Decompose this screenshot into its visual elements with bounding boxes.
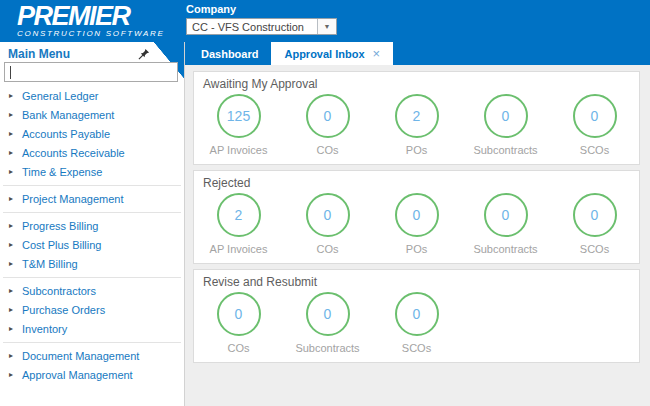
expand-arrow-icon: ▸ <box>9 286 22 295</box>
expand-arrow-icon: ▸ <box>9 129 22 138</box>
counter-label: AP Invoices <box>210 243 268 255</box>
counter-label: Subcontracts <box>295 342 359 354</box>
counter-circle[interactable]: 0 <box>306 94 350 138</box>
expand-arrow-icon: ▸ <box>9 148 22 157</box>
sidebar-menu-item[interactable]: ▸ Accounts Receivable <box>0 143 184 162</box>
sidebar-menu-item[interactable]: ▸ Project Management <box>0 189 184 208</box>
sidebar-menu-item[interactable]: ▸ Time & Expense <box>0 162 184 181</box>
sidebar-menu-item[interactable]: ▸ Purchase Orders <box>0 300 184 319</box>
counter-value: 2 <box>413 108 421 124</box>
sidebar-menu-item-label: Accounts Receivable <box>22 147 125 159</box>
counter-value: 0 <box>324 306 332 322</box>
counter-circle[interactable]: 0 <box>306 193 350 237</box>
approval-inbox-content: Awaiting My Approval 125 AP Invoices 0 C… <box>186 65 650 406</box>
counter-value: 2 <box>235 207 243 223</box>
expand-arrow-icon: ▸ <box>9 259 22 268</box>
sidebar-menu-item[interactable]: ▸ Progress Billing <box>0 216 184 235</box>
counter-circle[interactable]: 0 <box>484 193 528 237</box>
sidebar-menu-item[interactable]: ▸ Accounts Payable <box>0 124 184 143</box>
sidebar-menu-item-label: Accounts Payable <box>22 128 110 140</box>
approval-counter[interactable]: 0 SCOs <box>550 193 639 255</box>
pushpin-icon[interactable] <box>137 47 151 61</box>
chevron-down-icon[interactable]: ▼ <box>317 19 336 34</box>
counter-circle[interactable]: 0 <box>573 193 617 237</box>
sidebar-menu-item-label: Bank Management <box>22 109 114 121</box>
sidebar-menu-item[interactable]: ▸ Inventory <box>0 319 184 338</box>
counter-value: 0 <box>324 108 332 124</box>
counter-circle[interactable]: 0 <box>395 292 439 336</box>
approval-counter[interactable]: 2 AP Invoices <box>194 193 283 255</box>
sidebar-menu-item[interactable]: ▸ General Ledger <box>0 86 184 105</box>
section-title: Revise and Resubmit <box>203 275 639 289</box>
app-logo: PREMIER CONSTRUCTION SOFTWARE <box>17 3 165 38</box>
counter-value: 0 <box>324 207 332 223</box>
approval-counter[interactable]: 0 SCOs <box>550 94 639 156</box>
expand-arrow-icon: ▸ <box>9 221 22 230</box>
tab-label: Approval Inbox <box>284 48 364 60</box>
approval-counter[interactable]: 0 Subcontracts <box>461 94 550 156</box>
sidebar-menu-item[interactable]: ▸ Approval Management <box>0 365 184 384</box>
counter-circle[interactable]: 2 <box>217 193 261 237</box>
approval-section-card: Rejected 2 AP Invoices 0 COs 0 POs 0 Sub… <box>193 170 640 264</box>
logo-title: PREMIER <box>17 3 165 29</box>
tab-bar: Dashboard Approval Inbox × <box>185 42 650 65</box>
sidebar-menu-item[interactable]: ▸ Subcontractors <box>0 281 184 300</box>
sidebar: Main Menu ▸ General Ledger ▸ Bank Manage… <box>0 42 185 406</box>
counter-circle[interactable]: 2 <box>395 94 439 138</box>
sidebar-menu-item[interactable]: ▸ Document Management <box>0 346 184 365</box>
counter-circle[interactable]: 0 <box>573 94 617 138</box>
menu-separator <box>3 342 181 343</box>
expand-arrow-icon: ▸ <box>9 110 22 119</box>
app-header: PREMIER CONSTRUCTION SOFTWARE Company CC… <box>0 0 650 42</box>
sidebar-menu-item-label: T&M Billing <box>22 258 78 270</box>
section-title: Awaiting My Approval <box>203 77 639 91</box>
counter-label: COs <box>317 243 339 255</box>
expand-arrow-icon: ▸ <box>9 194 22 203</box>
counter-circle[interactable]: 0 <box>484 94 528 138</box>
tab-approval-inbox[interactable]: Approval Inbox × <box>271 42 393 65</box>
counter-value: 0 <box>502 108 510 124</box>
sidebar-menu-item[interactable]: ▸ Bank Management <box>0 105 184 124</box>
approval-section-card: Revise and Resubmit 0 COs 0 Subcontracts… <box>193 269 640 363</box>
menu-separator <box>3 212 181 213</box>
menu-separator <box>3 185 181 186</box>
expand-arrow-icon: ▸ <box>9 240 22 249</box>
sidebar-menu-item[interactable]: ▸ Cost Plus Billing <box>0 235 184 254</box>
sidebar-menu-item-label: Time & Expense <box>22 166 102 178</box>
sidebar-menu-item-label: General Ledger <box>22 90 98 102</box>
approval-counter[interactable]: 0 Subcontracts <box>461 193 550 255</box>
sidebar-menu: ▸ General Ledger ▸ Bank Management ▸ Acc… <box>0 86 184 384</box>
counter-value: 0 <box>413 207 421 223</box>
menu-search-input[interactable] <box>4 62 178 82</box>
counter-grid: 0 COs 0 Subcontracts 0 SCOs <box>194 292 639 354</box>
approval-counter[interactable]: 0 COs <box>283 193 372 255</box>
company-selected-value: CC - VFS Construction <box>187 21 317 33</box>
sidebar-menu-item[interactable]: ▸ T&M Billing <box>0 254 184 273</box>
approval-counter[interactable]: 0 COs <box>283 94 372 156</box>
approval-counter[interactable]: 0 SCOs <box>372 292 461 354</box>
sidebar-title: Main Menu <box>8 47 70 61</box>
counter-label: SCOs <box>580 243 609 255</box>
approval-counter[interactable]: 125 AP Invoices <box>194 94 283 156</box>
counter-circle[interactable]: 0 <box>217 292 261 336</box>
company-selector: Company CC - VFS Construction ▼ <box>186 3 337 35</box>
sidebar-menu-item-label: Cost Plus Billing <box>22 239 101 251</box>
expand-arrow-icon: ▸ <box>9 351 22 360</box>
expand-arrow-icon: ▸ <box>9 370 22 379</box>
approval-section-card: Awaiting My Approval 125 AP Invoices 0 C… <box>193 71 640 165</box>
counter-circle[interactable]: 125 <box>217 94 261 138</box>
counter-circle[interactable]: 0 <box>306 292 350 336</box>
counter-grid: 125 AP Invoices 0 COs 2 POs 0 Subcontrac… <box>194 94 639 156</box>
approval-counter[interactable]: 2 POs <box>372 94 461 156</box>
approval-counter[interactable]: 0 Subcontracts <box>283 292 372 354</box>
sidebar-menu-item-label: Subcontractors <box>22 285 96 297</box>
tab-dashboard[interactable]: Dashboard <box>188 42 271 65</box>
counter-value: 0 <box>502 207 510 223</box>
sidebar-menu-item-label: Project Management <box>22 193 124 205</box>
approval-counter[interactable]: 0 COs <box>194 292 283 354</box>
counter-circle[interactable]: 0 <box>395 193 439 237</box>
close-icon[interactable]: × <box>373 47 381 60</box>
company-dropdown[interactable]: CC - VFS Construction ▼ <box>186 18 337 35</box>
approval-counter[interactable]: 0 POs <box>372 193 461 255</box>
counter-label: COs <box>317 144 339 156</box>
